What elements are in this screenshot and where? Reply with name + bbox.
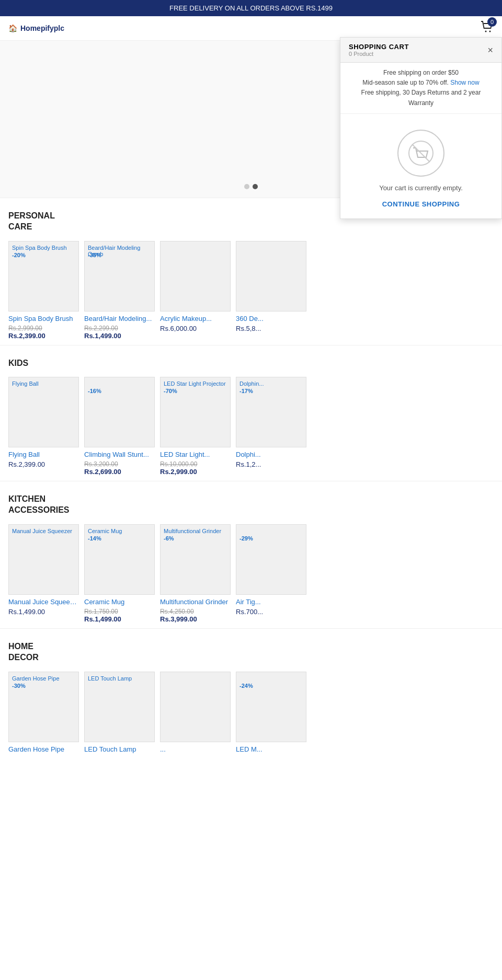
cart-popup-title: SHOPPING CART <box>349 43 409 51</box>
product-price-original: Rs.4,250.00 <box>160 608 231 615</box>
product-card[interactable]: Flying Ball Flying Ball Rs.2,399.00 <box>8 377 79 476</box>
cart-button[interactable]: 0 <box>480 20 494 36</box>
slider-dot-1[interactable] <box>244 184 249 189</box>
product-image-wrap: Ceramic Mug -14% <box>84 524 155 595</box>
product-image-wrap: -24% <box>236 672 306 742</box>
product-card[interactable]: Multifunctional Grinder -6% Multifunctio… <box>160 524 231 623</box>
product-price-sale: Rs.2,399.00 <box>8 332 79 340</box>
product-card[interactable]: -24% LED M... <box>236 672 306 755</box>
show-now-link[interactable]: Show now <box>450 79 479 86</box>
product-image-wrap: Spin Spa Body Brush -20% <box>8 241 79 312</box>
product-title: Spin Spa Body Brush <box>8 315 79 322</box>
cart-close-button[interactable]: × <box>487 45 493 55</box>
discount-badge: -17% <box>239 388 253 394</box>
product-name-overlay: LED Star Light Projector <box>164 381 226 387</box>
header: 🏠 Homepifyplc 0 SHOPPING CART 0 Product … <box>0 16 502 41</box>
product-price-sale: Rs.2,999.00 <box>160 468 231 476</box>
product-image-wrap: Garden Hose Pipe -30% <box>8 672 79 742</box>
product-name-overlay: Flying Ball <box>12 381 39 387</box>
product-price-original: Rs.2,999.00 <box>8 325 79 332</box>
product-image-wrap: LED Star Light Projector -70% <box>160 377 231 447</box>
product-title: Climbing Wall Stunt... <box>84 451 155 458</box>
home-decor-grid: Garden Hose Pipe -30% Garden Hose Pipe L… <box>8 672 494 755</box>
product-name-overlay: Garden Hose Pipe <box>12 675 60 682</box>
product-price-only: Rs.1,2... <box>236 460 306 468</box>
product-card[interactable]: -29% Air Tig... Rs.700... <box>236 524 306 623</box>
cart-popup-titles: SHOPPING CART 0 Product <box>349 43 409 57</box>
product-image-wrap: -16% <box>84 377 155 447</box>
cart-popup: SHOPPING CART 0 Product × Free shipping … <box>340 37 502 219</box>
product-card[interactable]: 360 De... Rs.5,8... <box>236 241 306 340</box>
svg-point-1 <box>489 31 491 32</box>
product-card[interactable]: Spin Spa Body Brush -20% Spin Spa Body B… <box>8 241 79 340</box>
product-image <box>161 672 230 742</box>
home-decor-title: HOMEDECOR <box>8 641 494 663</box>
kids-section: KIDS Flying Ball Flying Ball Rs.2,399.00… <box>0 345 502 481</box>
product-card[interactable]: Ceramic Mug -14% Ceramic Mug Rs.1,750.00… <box>84 524 155 623</box>
cart-info-line2: Mid-season sale up to 70% off. Show now <box>349 78 493 88</box>
product-card[interactable]: LED Star Light Projector -70% LED Star L… <box>160 377 231 476</box>
personal-care-section: PERSONALCARE Spin Spa Body Brush -20% Sp… <box>0 198 502 345</box>
product-title: Air Tig... <box>236 598 306 606</box>
cart-empty-text: Your cart is currently empty. <box>379 184 463 192</box>
product-name-overlay: Dolphin... <box>239 381 264 387</box>
product-image-wrap: -29% <box>236 524 306 595</box>
product-price-original: Rs.10,000.00 <box>160 460 231 468</box>
empty-cart-svg <box>408 140 434 166</box>
product-card[interactable]: Dolphin... -17% Dolphi... Rs.1,2... <box>236 377 306 476</box>
product-image-wrap <box>236 241 306 312</box>
discount-badge: -14% <box>88 535 101 541</box>
product-card[interactable]: -16% Climbing Wall Stunt... Rs.3,200.00 … <box>84 377 155 476</box>
product-title: Dolphi... <box>236 451 306 458</box>
product-image-wrap: LED Touch Lamp <box>84 672 155 742</box>
discount-badge: -30% <box>12 683 26 689</box>
product-card[interactable]: Acrylic Makeup... Rs.6,000.00 <box>160 241 231 340</box>
product-image <box>85 672 154 742</box>
product-card[interactable]: Beard/Hair Modeling Comb -35% Beard/Hair… <box>84 241 155 340</box>
discount-badge: -70% <box>164 388 177 394</box>
product-title: Garden Hose Pipe <box>8 745 79 753</box>
product-card[interactable]: Manual Juice Squeezer Manual Juice Squee… <box>8 524 79 623</box>
discount-badge: -24% <box>239 683 253 689</box>
product-title: LED M... <box>236 745 306 753</box>
product-name-overlay: Ceramic Mug <box>88 528 122 534</box>
product-image <box>9 377 78 447</box>
product-card[interactable]: ... <box>160 672 231 755</box>
product-title: 360 De... <box>236 315 306 322</box>
product-price-sale: Rs.3,999.00 <box>160 615 231 623</box>
product-name-overlay: Manual Juice Squeezer <box>12 528 72 534</box>
cart-count: 0 <box>487 17 497 27</box>
product-image-wrap: Beard/Hair Modeling Comb -35% <box>84 241 155 312</box>
discount-badge: -29% <box>239 535 253 541</box>
kitchen-section: KITCHENACCESSORIES Manual Juice Squeezer… <box>0 481 502 628</box>
product-card[interactable]: Garden Hose Pipe -30% Garden Hose Pipe <box>8 672 79 755</box>
slider-dot-2[interactable] <box>253 184 258 189</box>
product-title: Beard/Hair Modeling... <box>84 315 155 322</box>
cart-popup-info: Free shipping on order $50 Mid-season sa… <box>340 63 501 114</box>
top-banner: FREE DELIVERY ON ALL ORDERS ABOVE RS.149… <box>0 0 502 16</box>
continue-shopping-button[interactable]: CONTINUE SHOPPING <box>382 200 460 208</box>
product-price-only: Rs.5,8... <box>236 325 306 332</box>
discount-badge: -35% <box>88 252 101 258</box>
product-image <box>161 241 230 311</box>
cart-info-line1: Free shipping on order $50 <box>349 68 493 78</box>
product-title: LED Star Light... <box>160 451 231 458</box>
kitchen-title: KITCHENACCESSORIES <box>8 494 494 516</box>
logo[interactable]: 🏠 Homepifyplc <box>8 24 64 32</box>
product-image-wrap: Manual Juice Squeezer <box>8 524 79 595</box>
product-price-only: Rs.700... <box>236 608 306 616</box>
product-title: Flying Ball <box>8 451 79 458</box>
product-card[interactable]: LED Touch Lamp LED Touch Lamp <box>84 672 155 755</box>
product-image <box>9 525 78 594</box>
discount-badge: -20% <box>12 252 26 258</box>
home-decor-section: HOMEDECOR Garden Hose Pipe -30% Garden H… <box>0 628 502 760</box>
product-title: LED Touch Lamp <box>84 745 155 753</box>
banner-text: FREE DELIVERY ON ALL ORDERS ABOVE RS.149… <box>169 4 333 12</box>
product-price-sale: Rs.1,499.00 <box>84 332 155 340</box>
product-image-wrap: Dolphin... -17% <box>236 377 306 447</box>
discount-badge: -16% <box>88 388 101 394</box>
personal-care-grid: Spin Spa Body Brush -20% Spin Spa Body B… <box>8 241 494 340</box>
svg-point-0 <box>485 31 487 32</box>
cart-empty-icon <box>397 130 444 177</box>
logo-icon: 🏠 <box>8 24 17 32</box>
